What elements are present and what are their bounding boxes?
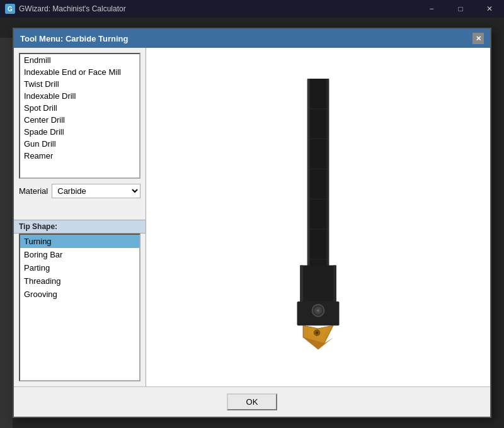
tool-list-container[interactable]: Endmill Indexable End or Face Mill Twist…	[19, 53, 140, 179]
tip-item-boring-bar[interactable]: Boring Bar	[20, 248, 139, 261]
tool-menu-dialog: Tool Menu: Carbide Turning ✕ Endmill Ind…	[13, 28, 491, 418]
material-select[interactable]: Carbide HSS Cobalt	[52, 184, 140, 198]
tool-list-item-spot-drill[interactable]: Spot Drill	[20, 102, 139, 114]
svg-rect-0	[307, 79, 329, 283]
app-background: Tool Menu: Carbide Turning ✕ Endmill Ind…	[0, 18, 504, 428]
modal-overlay: Tool Menu: Carbide Turning ✕ Endmill Ind…	[0, 18, 504, 428]
maximize-button[interactable]: □	[446, 0, 475, 18]
tool-list-item-reamer[interactable]: Reamer	[20, 150, 139, 162]
tip-item-turning[interactable]: Turning	[20, 235, 139, 248]
tool-image	[261, 79, 375, 356]
dialog-footer: OK	[14, 386, 490, 417]
window-close-button[interactable]: ✕	[475, 0, 504, 18]
app-icon: G	[5, 4, 15, 14]
dialog-titlebar: Tool Menu: Carbide Turning ✕	[14, 29, 490, 48]
dialog-body: Endmill Indexable End or Face Mill Twist…	[14, 48, 490, 386]
svg-rect-1	[307, 79, 310, 283]
tool-list-item-gun-drill[interactable]: Gun Drill	[20, 138, 139, 150]
window-title: GWizard: Machinist's Calculator	[19, 4, 126, 13]
tip-item-parting[interactable]: Parting	[20, 261, 139, 274]
tool-list-item-indexable-drill[interactable]: Indexable Drill	[20, 90, 139, 102]
tool-list-item-endmill[interactable]: Endmill	[20, 54, 139, 66]
tool-list-item-indexable-end[interactable]: Indexable End or Face Mill	[20, 66, 139, 78]
tool-image-panel	[146, 48, 490, 386]
material-label: Material	[19, 186, 48, 196]
window-controls: − □ ✕	[417, 0, 504, 18]
svg-point-9	[317, 309, 319, 312]
tool-list-item-twist-drill[interactable]: Twist Drill	[20, 78, 139, 90]
left-panel: Endmill Indexable End or Face Mill Twist…	[14, 48, 146, 386]
tip-shape-list[interactable]: Turning Boring Bar Parting Threading Gro…	[19, 234, 140, 381]
svg-rect-2	[326, 79, 329, 283]
material-row: Material Carbide HSS Cobalt	[14, 181, 146, 201]
title-bar: G GWizard: Machinist's Calculator − □ ✕	[0, 0, 504, 18]
tool-list-item-spade-drill[interactable]: Spade Drill	[20, 126, 139, 138]
tip-item-threading[interactable]: Threading	[20, 274, 139, 288]
svg-point-14	[316, 331, 319, 334]
tip-shape-header: Tip Shape:	[14, 220, 146, 234]
dialog-title: Tool Menu: Carbide Turning	[20, 34, 128, 43]
tool-list-item-center-drill[interactable]: Center Drill	[20, 114, 139, 126]
dialog-close-button[interactable]: ✕	[472, 33, 484, 44]
tip-item-grooving[interactable]: Grooving	[20, 288, 139, 301]
left-spacer	[14, 201, 146, 220]
minimize-button[interactable]: −	[417, 0, 446, 18]
ok-button[interactable]: OK	[227, 393, 277, 410]
